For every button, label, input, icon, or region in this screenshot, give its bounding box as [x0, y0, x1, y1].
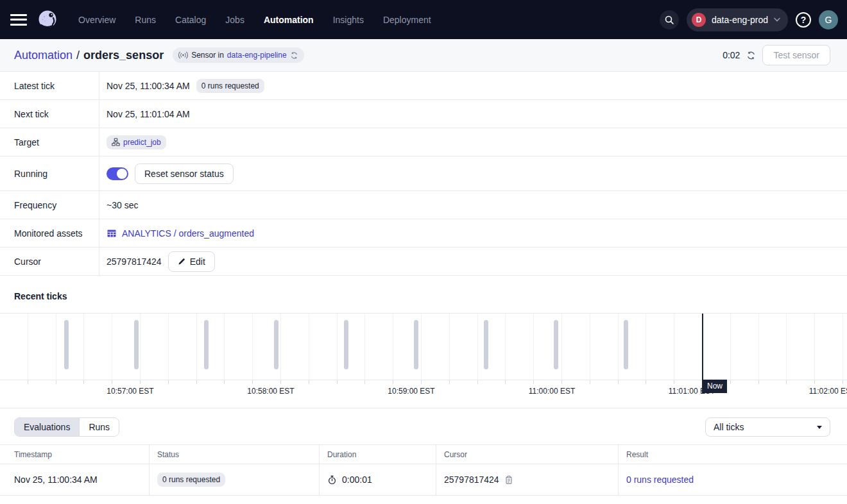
sensor-badge-prefix: Sensor in	[191, 51, 224, 60]
row-cursor: Cursor 25797817424 Edit	[0, 248, 847, 276]
tick-bar[interactable]	[344, 320, 348, 369]
frequency-value: ~30 sec	[107, 200, 138, 210]
col-cursor: Cursor	[436, 445, 619, 464]
tick-timestamp: Nov 25, 11:00:34 AM	[14, 475, 98, 485]
nav-item-runs[interactable]: Runs	[135, 15, 156, 25]
tick-cursor: 25797817424	[444, 475, 499, 485]
code-location-link[interactable]: data-eng-pipeline	[227, 51, 287, 60]
history-tabs: Evaluations Runs	[14, 417, 119, 437]
row-running: Running Reset sensor status	[0, 156, 847, 191]
user-avatar[interactable]: G	[819, 10, 838, 29]
next-tick-timestamp: Nov 25, 11:01:04 AM	[107, 109, 190, 119]
tick-filter-value: All ticks	[714, 422, 744, 432]
tick-result-link[interactable]: 0 runs requested	[626, 475, 694, 485]
tick-bar[interactable]	[554, 320, 558, 369]
row-latest-tick: Latest tick Nov 25, 11:00:34 AM 0 runs r…	[0, 72, 847, 100]
sensor-location-badge: Sensor in data-eng-pipeline	[173, 47, 304, 63]
tick-bar[interactable]	[484, 320, 488, 369]
latest-tick-status-badge: 0 runs requested	[196, 79, 264, 93]
row-label: Monitored assets	[0, 219, 99, 247]
row-frequency: Frequency ~30 sec	[0, 191, 847, 219]
row-label: Latest tick	[0, 72, 99, 99]
tab-runs[interactable]: Runs	[79, 418, 119, 436]
latest-tick-timestamp: Nov 25, 11:00:34 AM	[107, 81, 190, 91]
reload-location-icon[interactable]	[290, 51, 298, 60]
nav-item-jobs[interactable]: Jobs	[225, 15, 244, 25]
edit-cursor-label: Edit	[190, 256, 205, 267]
deployment-switcher[interactable]: D data-eng-prod	[687, 8, 788, 31]
sensor-details: Latest tick Nov 25, 11:00:34 AM 0 runs r…	[0, 72, 847, 276]
row-label: Running	[0, 156, 99, 190]
axis-label: 10:59:00 EST	[388, 387, 434, 396]
target-job-pill[interactable]: predict_job	[107, 135, 166, 149]
recent-ticks-heading: Recent ticks	[0, 276, 847, 313]
pencil-icon	[178, 257, 186, 265]
copy-icon[interactable]	[504, 475, 513, 485]
monitored-asset-link[interactable]: ANALYTICS / orders_augmented	[107, 228, 254, 239]
page-header: Automation/orders_sensor Sensor in data-…	[0, 39, 847, 72]
row-label: Cursor	[0, 248, 99, 275]
tick-bar[interactable]	[274, 320, 278, 369]
timeline-chart-area	[0, 314, 847, 380]
target-job-link[interactable]: predict_job	[123, 138, 161, 147]
nav-item-deployment[interactable]: Deployment	[383, 15, 431, 25]
search-icon[interactable]	[660, 10, 679, 29]
row-label: Target	[0, 128, 99, 156]
row-label: Next tick	[0, 100, 99, 128]
axis-label: 11:02:00 EST	[809, 387, 847, 396]
menu-icon[interactable]	[10, 14, 27, 26]
cursor-value: 25797817424	[107, 256, 162, 267]
stopwatch-icon	[327, 475, 337, 485]
col-status: Status	[150, 445, 320, 464]
refresh-icon[interactable]	[746, 51, 756, 60]
nav-item-insights[interactable]: Insights	[333, 15, 364, 25]
tick-status-badge: 0 runs requested	[157, 473, 225, 487]
nav-item-overview[interactable]: Overview	[78, 15, 116, 25]
deployment-badge: D	[692, 13, 706, 27]
breadcrumb: Automation/orders_sensor	[14, 49, 164, 62]
breadcrumb-separator: /	[76, 49, 80, 62]
chevron-down-icon	[774, 17, 780, 22]
table-header-row: Timestamp Status Duration Cursor Result	[0, 444, 847, 464]
reset-sensor-status-button[interactable]: Reset sensor status	[135, 164, 234, 184]
monitored-asset-key: ANALYTICS / orders_augmented	[122, 228, 254, 239]
axis-label: 10:58:00 EST	[247, 387, 294, 396]
col-timestamp: Timestamp	[0, 445, 150, 464]
sensor-icon	[178, 51, 188, 59]
tick-bar[interactable]	[204, 320, 209, 369]
nav-item-automation[interactable]: Automation	[264, 15, 314, 25]
tick-bar[interactable]	[64, 320, 69, 369]
tick-filter-select[interactable]: All ticks	[705, 417, 830, 437]
test-sensor-button[interactable]: Test sensor	[762, 45, 830, 65]
asset-table-icon	[107, 228, 117, 239]
evaluations-table: Timestamp Status Duration Cursor Result …	[0, 444, 847, 496]
tick-bar[interactable]	[624, 320, 628, 369]
dagster-logo[interactable]	[36, 8, 59, 31]
col-duration: Duration	[320, 445, 436, 464]
row-label: Frequency	[0, 191, 99, 219]
tick-timeline: 10:57:00 EST10:58:00 EST10:59:00 EST11:0…	[0, 313, 847, 397]
running-toggle[interactable]	[107, 167, 128, 180]
help-icon[interactable]: ?	[796, 12, 811, 28]
caret-down-icon	[817, 426, 822, 429]
job-icon	[112, 138, 120, 146]
deployment-name: data-eng-prod	[712, 15, 768, 25]
tab-evaluations[interactable]: Evaluations	[15, 418, 79, 436]
col-result: Result	[619, 445, 847, 464]
now-badge: Now	[703, 380, 727, 393]
nav-item-catalog[interactable]: Catalog	[175, 15, 206, 25]
ticks-history-section: Evaluations Runs All ticks Timestamp Sta…	[0, 408, 847, 496]
row-next-tick: Next tick Nov 25, 11:01:04 AM	[0, 100, 847, 128]
tick-duration: 0:00:01	[342, 475, 372, 485]
tick-bar[interactable]	[134, 320, 139, 369]
axis-label: 11:00:00 EST	[529, 387, 576, 396]
breadcrumb-automation-link[interactable]: Automation	[14, 49, 73, 62]
refresh-countdown: 0:02	[723, 50, 740, 60]
nav-items: OverviewRunsCatalogJobsAutomationInsight…	[78, 15, 431, 25]
page-title: orders_sensor	[83, 49, 164, 62]
edit-cursor-button[interactable]: Edit	[168, 251, 215, 272]
axis-label: 10:57:00 EST	[107, 387, 153, 396]
row-target: Target predict_job	[0, 128, 847, 156]
tick-bar[interactable]	[414, 320, 418, 369]
top-nav: OverviewRunsCatalogJobsAutomationInsight…	[0, 0, 847, 39]
